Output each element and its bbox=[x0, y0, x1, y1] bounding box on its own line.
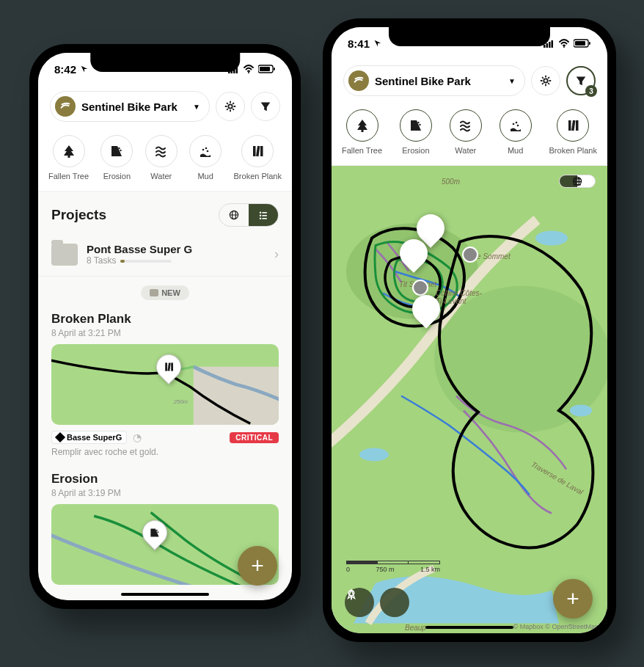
progress-bar bbox=[120, 260, 172, 263]
project-row[interactable]: Pont Basse Super G 8 Tasks › bbox=[38, 233, 292, 277]
scale-bar: 0750 m1.5 km bbox=[346, 561, 440, 573]
funnel-icon bbox=[574, 74, 588, 87]
drop-pin-button[interactable] bbox=[380, 588, 409, 617]
mini-folder-icon bbox=[150, 289, 158, 296]
gear-icon bbox=[539, 74, 552, 87]
list-view-tab[interactable] bbox=[249, 204, 278, 226]
park-select[interactable]: Sentinel Bike Park ▼ bbox=[50, 91, 210, 122]
map-view-tab[interactable] bbox=[219, 204, 249, 226]
projects-title: Projects bbox=[51, 207, 106, 223]
top-bar: Sentinel Bike Park ▼ 3 bbox=[332, 59, 607, 102]
quick-filters: Fallen Tree Erosion Water Mud Broken Pla… bbox=[38, 128, 292, 192]
filter-erosion[interactable]: Erosion bbox=[400, 109, 432, 155]
map-attribution: © Mapbox © OpenStreetMap bbox=[513, 623, 599, 630]
mud-icon bbox=[508, 118, 523, 133]
card-timestamp: 8 April at 3:21 PM bbox=[51, 328, 279, 338]
filter-erosion[interactable]: Erosion bbox=[100, 135, 133, 181]
settings-button[interactable] bbox=[531, 66, 560, 95]
notch bbox=[90, 51, 240, 72]
mud-icon bbox=[198, 144, 213, 158]
screen: 8:42 Sentinel Bike Park ▼ Fallen Tree Er… bbox=[38, 53, 292, 600]
add-button[interactable]: + bbox=[553, 579, 593, 619]
plank-icon bbox=[163, 361, 175, 373]
project-name: Pont Basse Super G bbox=[87, 243, 192, 255]
filter-button[interactable] bbox=[251, 92, 280, 121]
erosion-icon bbox=[109, 144, 124, 158]
location-icon bbox=[373, 38, 383, 48]
list-icon bbox=[560, 175, 595, 187]
location-icon bbox=[79, 64, 89, 74]
folder-icon bbox=[51, 244, 78, 266]
difficulty-diamond-icon bbox=[55, 432, 65, 442]
park-logo-icon bbox=[348, 70, 369, 91]
gear-icon bbox=[224, 100, 237, 113]
filter-mud[interactable]: Mud bbox=[500, 109, 532, 155]
status-time: 8:42 bbox=[54, 63, 76, 76]
park-logo-icon bbox=[55, 96, 76, 117]
notch bbox=[389, 26, 550, 46]
chevron-down-icon: ▼ bbox=[508, 77, 516, 85]
list-view-tab[interactable] bbox=[577, 175, 595, 187]
park-select[interactable]: Sentinel Bike Park ▼ bbox=[343, 65, 525, 96]
svg-text:250m: 250m bbox=[173, 398, 189, 405]
tree-icon bbox=[62, 144, 76, 158]
water-icon bbox=[154, 144, 169, 158]
card-map-thumb[interactable]: 250m bbox=[51, 344, 279, 425]
filter-fallen-tree[interactable]: Fallen Tree bbox=[342, 109, 382, 155]
globe-icon bbox=[228, 209, 240, 221]
park-name: Sentinel Bike Park bbox=[81, 101, 178, 113]
card-title: Broken Plank bbox=[51, 312, 279, 327]
watch-icon: ◔ bbox=[133, 431, 142, 443]
chevron-right-icon: › bbox=[274, 247, 279, 262]
trail-chip[interactable]: Basse SuperG bbox=[51, 431, 127, 444]
wifi-icon bbox=[558, 39, 570, 48]
view-toggle[interactable] bbox=[219, 203, 279, 227]
battery-icon bbox=[258, 65, 276, 73]
add-button[interactable]: + bbox=[238, 546, 277, 586]
filter-mud[interactable]: Mud bbox=[189, 135, 222, 181]
home-indicator[interactable] bbox=[425, 626, 513, 629]
map-control-buttons bbox=[345, 588, 409, 617]
main-map[interactable]: 500m Ze Sommet Tit Sommet Colline Côtes-… bbox=[332, 166, 607, 633]
erosion-icon bbox=[149, 527, 161, 539]
phone-list-view: 8:42 Sentinel Bike Park ▼ Fallen Tree Er… bbox=[29, 44, 301, 609]
filter-water[interactable]: Water bbox=[145, 135, 178, 181]
pin-icon bbox=[345, 588, 358, 601]
svg-point-32 bbox=[535, 231, 568, 246]
issue-card-broken-plank[interactable]: Broken Plank 8 April at 3:21 PM 250m Bas… bbox=[38, 309, 292, 469]
plus-icon: + bbox=[251, 553, 264, 578]
filter-broken-plank[interactable]: Broken Plank bbox=[549, 109, 597, 155]
erosion-icon bbox=[409, 118, 423, 133]
battery-icon bbox=[574, 39, 591, 48]
chevron-down-icon: ▼ bbox=[193, 103, 200, 111]
poi-dot[interactable] bbox=[412, 280, 428, 296]
card-note: Remplir avec roche et gold. bbox=[51, 447, 279, 457]
status-time: 8:41 bbox=[348, 37, 370, 50]
poi-dot[interactable] bbox=[462, 247, 478, 263]
card-timestamp: 8 April at 3:19 PM bbox=[51, 488, 279, 498]
new-chip[interactable]: NEW bbox=[141, 285, 189, 300]
phone-map-view: 8:41 Sentinel Bike Park ▼ 3 Fallen Tre bbox=[323, 18, 616, 642]
quick-filters: Fallen Tree Erosion Water Mud Broken Pla… bbox=[332, 102, 607, 166]
settings-button[interactable] bbox=[216, 92, 245, 121]
plank-icon bbox=[250, 144, 265, 158]
card-title: Erosion bbox=[51, 472, 279, 486]
view-toggle[interactable] bbox=[559, 175, 596, 188]
list-icon bbox=[257, 209, 269, 221]
svg-point-34 bbox=[359, 448, 389, 462]
list-content: Projects Pont Basse Super G 8 Tasks › NE… bbox=[38, 192, 292, 600]
funnel-icon bbox=[259, 100, 272, 113]
filter-fallen-tree[interactable]: Fallen Tree bbox=[48, 135, 89, 181]
plank-icon bbox=[566, 118, 580, 133]
water-icon bbox=[458, 118, 473, 133]
severity-badge: CRITICAL bbox=[230, 432, 279, 443]
home-indicator[interactable] bbox=[121, 593, 209, 596]
filter-count-badge: 3 bbox=[585, 85, 597, 97]
filter-water[interactable]: Water bbox=[450, 109, 482, 155]
project-tasks: 8 Tasks bbox=[87, 255, 116, 266]
tree-icon bbox=[355, 118, 370, 133]
filter-broken-plank[interactable]: Broken Plank bbox=[234, 135, 282, 181]
svg-point-33 bbox=[570, 405, 592, 417]
wifi-icon bbox=[243, 65, 255, 73]
map-content: 500m Ze Sommet Tit Sommet Colline Côtes-… bbox=[332, 166, 607, 633]
